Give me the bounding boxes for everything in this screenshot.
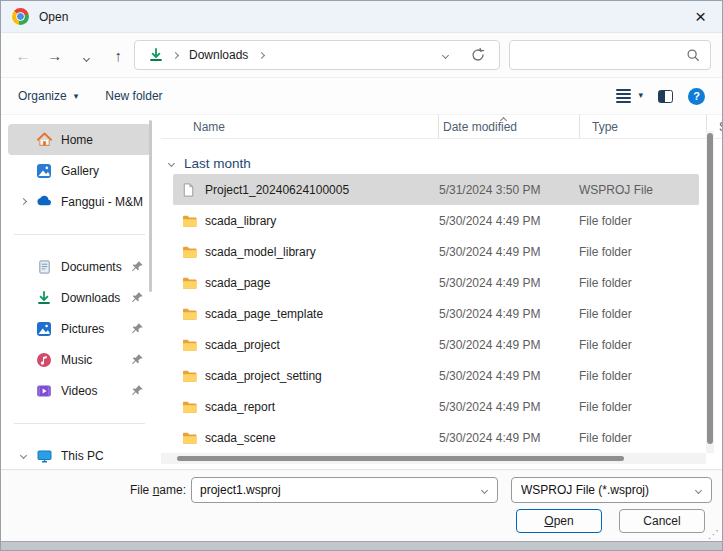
- sidebar-item-label: Downloads: [61, 291, 131, 305]
- file-type-dropdown[interactable]: WSPROJ File (*.wsproj): [511, 477, 712, 503]
- caret-down-icon: ▾: [74, 92, 79, 101]
- sidebar-item-label: Home: [61, 133, 151, 147]
- file-date-modified: 5/30/2024 4:49 PM: [439, 276, 579, 290]
- sidebar-item-home[interactable]: Home: [8, 124, 151, 155]
- file-row[interactable]: scada_library5/30/2024 4:49 PMFile folde…: [173, 205, 699, 236]
- file-type: WSPROJ File: [579, 183, 699, 197]
- preview-pane-icon[interactable]: [658, 90, 673, 103]
- file-type: File folder: [579, 214, 699, 228]
- file-name: scada_scene: [205, 431, 439, 445]
- chevron-down-icon[interactable]: [481, 486, 488, 493]
- column-header-name[interactable]: Name: [161, 115, 438, 138]
- breadcrumb-location[interactable]: Downloads: [189, 48, 248, 62]
- file-name: scada_model_library: [205, 245, 439, 259]
- organize-button[interactable]: Organize ▾: [18, 89, 78, 103]
- sidebar-item-music[interactable]: Music: [8, 344, 151, 375]
- up-icon[interactable]: ↑: [102, 47, 134, 64]
- refresh-icon[interactable]: [470, 47, 486, 63]
- file-type: File folder: [579, 307, 699, 321]
- vertical-scrollbar-thumb[interactable]: [707, 133, 713, 444]
- search-input[interactable]: [520, 48, 686, 62]
- sidebar-item-label: Videos: [61, 384, 131, 398]
- horizontal-scrollbar[interactable]: [161, 453, 706, 464]
- collapse-group-icon[interactable]: [168, 159, 175, 166]
- pin-icon: [131, 384, 145, 397]
- file-row[interactable]: Project1_202406241000055/31/2024 3:50 PM…: [173, 174, 699, 205]
- file-name: scada_project: [205, 338, 439, 352]
- file-row[interactable]: scada_page5/30/2024 4:49 PMFile folder: [173, 267, 699, 298]
- file-name: scada_report: [205, 400, 439, 414]
- chevron-down-icon[interactable]: [11, 453, 35, 458]
- file-name-combobox[interactable]: [191, 477, 498, 503]
- sidebar-separator: [14, 234, 145, 235]
- folder-icon: [181, 399, 198, 415]
- file-name: scada_page_template: [205, 307, 439, 321]
- search-box[interactable]: [509, 40, 711, 70]
- vertical-scrollbar[interactable]: [706, 131, 714, 453]
- sidebar-item-videos[interactable]: Videos: [8, 375, 151, 406]
- breadcrumb[interactable]: Downloads: [134, 40, 500, 70]
- file-type: File folder: [579, 431, 699, 445]
- search-icon: [686, 48, 700, 62]
- sidebar-item-gallery[interactable]: Gallery: [8, 155, 151, 186]
- file-name: scada_project_setting: [205, 369, 439, 383]
- address-dropdown-icon[interactable]: [442, 51, 449, 58]
- home-icon: [35, 131, 53, 148]
- recent-locations-icon[interactable]: [71, 47, 103, 64]
- sidebar-scrollbar[interactable]: [149, 120, 152, 292]
- file-name-input[interactable]: [192, 483, 476, 497]
- sidebar-item-downloads[interactable]: Downloads: [8, 282, 151, 313]
- chevron-down-icon[interactable]: [695, 486, 702, 493]
- file-row[interactable]: scada_project5/30/2024 4:49 PMFile folde…: [173, 329, 699, 360]
- group-header[interactable]: Last month: [169, 152, 722, 174]
- list-view-icon: [616, 89, 631, 103]
- caret-down-icon: ▾: [638, 91, 643, 100]
- file-row[interactable]: scada_project_setting5/30/2024 4:49 PMFi…: [173, 360, 699, 391]
- sidebar-item-this-pc[interactable]: This PC: [8, 440, 151, 469]
- file-row[interactable]: scada_page_template5/30/2024 4:49 PMFile…: [173, 298, 699, 329]
- sidebar-item-label: Documents: [61, 260, 131, 274]
- command-toolbar: Organize ▾ New folder ▾ ?: [1, 77, 722, 115]
- documents-icon: [35, 258, 53, 275]
- sidebar-item-label: Fanggui - M&M: [61, 195, 151, 209]
- folder-icon: [181, 275, 198, 291]
- chevron-right-icon[interactable]: [11, 199, 35, 204]
- file-row[interactable]: scada_model_library5/30/2024 4:49 PMFile…: [173, 236, 699, 267]
- file-type: File folder: [579, 276, 699, 290]
- window-bottom-edge: [1, 541, 722, 551]
- resize-grip[interactable]: ⋰: [708, 529, 719, 540]
- videos-icon: [35, 382, 53, 399]
- file-rows: Project1_202406241000055/31/2024 3:50 PM…: [173, 174, 699, 453]
- sidebar-item-label: Music: [61, 353, 131, 367]
- chevron-right-icon[interactable]: [258, 51, 265, 58]
- file-type: File folder: [579, 400, 699, 414]
- horizontal-scrollbar-thumb[interactable]: [177, 456, 624, 461]
- column-header-type[interactable]: Type: [579, 115, 706, 138]
- column-header-date-modified[interactable]: Date modified: [438, 115, 579, 138]
- group-label: Last month: [184, 156, 251, 171]
- open-button[interactable]: Open: [516, 509, 602, 533]
- sidebar-item-pictures[interactable]: Pictures: [8, 313, 151, 344]
- sidebar-item-label: This PC: [61, 449, 151, 463]
- file-row[interactable]: scada_report5/30/2024 4:49 PMFile folder: [173, 391, 699, 422]
- downloads-icon: [35, 289, 53, 306]
- file-row[interactable]: scada_scene5/30/2024 4:49 PMFile folder: [173, 422, 699, 453]
- back-icon[interactable]: ←: [7, 47, 39, 64]
- file-name-label: File name:: [1, 483, 186, 497]
- folder-icon: [181, 368, 198, 384]
- forward-icon[interactable]: →: [39, 47, 71, 64]
- file-type-value: WSPROJ File (*.wsproj): [521, 483, 690, 497]
- chrome-icon: [12, 8, 29, 25]
- help-icon[interactable]: ?: [688, 88, 705, 105]
- close-icon[interactable]: ×: [690, 7, 711, 26]
- file-name: Project1_20240624100005: [205, 183, 439, 197]
- file-date-modified: 5/30/2024 4:49 PM: [439, 369, 579, 383]
- sidebar-item-documents[interactable]: Documents: [8, 251, 151, 282]
- sidebar: HomeGalleryFanggui - M&MDocumentsDownloa…: [1, 115, 161, 469]
- sidebar-separator: [14, 423, 145, 424]
- new-folder-button[interactable]: New folder: [105, 89, 162, 103]
- sidebar-item-fanggui-m-m[interactable]: Fanggui - M&M: [8, 186, 151, 217]
- cancel-button[interactable]: Cancel: [619, 509, 705, 533]
- views-button[interactable]: ▾: [616, 89, 643, 103]
- folder-icon: [181, 244, 198, 260]
